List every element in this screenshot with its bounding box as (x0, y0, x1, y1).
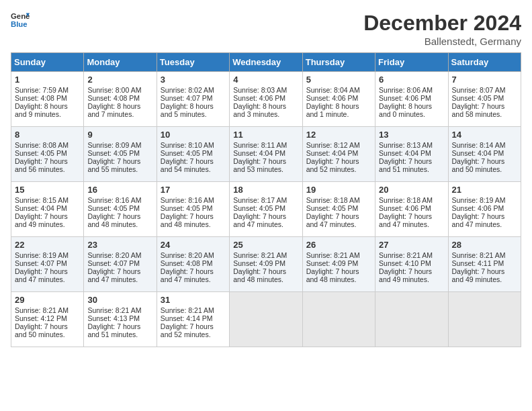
sunrise-label: Sunrise: 8:19 AM (15, 251, 69, 259)
sunset-label: Sunset: 4:06 PM (379, 94, 431, 102)
daylight-label: Daylight: 7 hours and 49 minutes. (379, 267, 432, 283)
sunset-label: Sunset: 4:07 PM (87, 259, 140, 267)
table-row: 15Sunrise: 8:15 AMSunset: 4:04 PMDayligh… (11, 182, 84, 237)
table-row: 21Sunrise: 8:19 AMSunset: 4:06 PMDayligh… (448, 182, 521, 237)
day-number: 13 (379, 130, 445, 140)
daylight-label: Daylight: 7 hours and 54 minutes. (161, 157, 214, 173)
sunrise-label: Sunrise: 8:21 AM (161, 306, 214, 314)
day-number: 5 (306, 75, 372, 85)
daylight-label: Daylight: 7 hours and 58 minutes. (452, 102, 505, 118)
sunrise-label: Sunrise: 8:20 AM (161, 251, 214, 259)
day-number: 24 (161, 240, 226, 250)
table-row: 6Sunrise: 8:06 AMSunset: 4:06 PMDaylight… (375, 72, 448, 127)
sunset-label: Sunset: 4:09 PM (306, 259, 359, 267)
sunrise-label: Sunrise: 8:21 AM (452, 251, 506, 259)
table-row: 20Sunrise: 8:18 AMSunset: 4:06 PMDayligh… (375, 182, 448, 237)
sunrise-label: Sunrise: 8:17 AM (233, 196, 287, 204)
day-number: 31 (161, 295, 226, 305)
day-number: 29 (15, 295, 81, 305)
sunset-label: Sunset: 4:05 PM (233, 204, 285, 212)
calendar-week-5: 29Sunrise: 8:21 AMSunset: 4:12 PMDayligh… (11, 292, 521, 347)
sunrise-label: Sunrise: 8:10 AM (161, 141, 214, 149)
sunset-label: Sunset: 4:06 PM (452, 204, 504, 212)
table-row: 18Sunrise: 8:17 AMSunset: 4:05 PMDayligh… (230, 182, 302, 237)
sunrise-label: Sunrise: 8:21 AM (306, 251, 360, 259)
sunrise-label: Sunrise: 8:19 AM (452, 196, 506, 204)
sunset-label: Sunset: 4:05 PM (15, 149, 67, 157)
header: General Blue December 2024 Ballenstedt, … (11, 11, 521, 47)
table-row (448, 292, 521, 347)
svg-text:Blue: Blue (11, 20, 28, 28)
sunset-label: Sunset: 4:08 PM (161, 259, 213, 267)
logo: General Blue (11, 11, 30, 30)
table-row: 7Sunrise: 8:07 AMSunset: 4:05 PMDaylight… (448, 72, 521, 127)
day-number: 16 (87, 185, 153, 195)
table-row: 8Sunrise: 8:08 AMSunset: 4:05 PMDaylight… (11, 127, 84, 182)
sunset-label: Sunset: 4:07 PM (15, 259, 67, 267)
sunset-label: Sunset: 4:09 PM (233, 259, 285, 267)
daylight-label: Daylight: 7 hours and 47 minutes. (233, 212, 286, 228)
day-number: 18 (233, 185, 299, 195)
sunset-label: Sunset: 4:07 PM (161, 94, 213, 102)
sunrise-label: Sunrise: 8:18 AM (379, 196, 433, 204)
sunset-label: Sunset: 4:04 PM (233, 149, 285, 157)
table-row: 29Sunrise: 8:21 AMSunset: 4:12 PMDayligh… (11, 292, 84, 347)
daylight-label: Daylight: 7 hours and 50 minutes. (452, 157, 505, 173)
table-row: 31Sunrise: 8:21 AMSunset: 4:14 PMDayligh… (157, 292, 229, 347)
daylight-label: Daylight: 7 hours and 47 minutes. (379, 212, 432, 228)
sunrise-label: Sunrise: 8:02 AM (161, 86, 214, 94)
sunrise-label: Sunrise: 8:21 AM (233, 251, 287, 259)
sunrise-label: Sunrise: 8:00 AM (87, 86, 141, 94)
sunrise-label: Sunrise: 8:21 AM (87, 306, 141, 314)
calendar-week-1: 1Sunrise: 7:59 AMSunset: 4:08 PMDaylight… (11, 72, 521, 127)
sunset-label: Sunset: 4:05 PM (452, 94, 504, 102)
sunset-label: Sunset: 4:11 PM (452, 259, 504, 267)
table-row: 23Sunrise: 8:20 AMSunset: 4:07 PMDayligh… (84, 237, 157, 292)
sunset-label: Sunset: 4:12 PM (15, 314, 67, 322)
day-number: 8 (15, 130, 81, 140)
day-number: 14 (452, 130, 518, 140)
sunset-label: Sunset: 4:10 PM (379, 259, 431, 267)
table-row: 27Sunrise: 8:21 AMSunset: 4:10 PMDayligh… (375, 237, 448, 292)
day-number: 28 (452, 240, 518, 250)
day-number: 3 (161, 75, 226, 85)
sunrise-label: Sunrise: 8:15 AM (15, 196, 69, 204)
daylight-label: Daylight: 7 hours and 47 minutes. (306, 212, 359, 228)
daylight-label: Daylight: 7 hours and 48 minutes. (87, 212, 140, 228)
daylight-label: Daylight: 8 hours and 9 minutes. (15, 102, 68, 118)
sunrise-label: Sunrise: 8:14 AM (452, 141, 506, 149)
sunrise-label: Sunrise: 8:12 AM (306, 141, 360, 149)
sunset-label: Sunset: 4:08 PM (15, 94, 67, 102)
daylight-label: Daylight: 7 hours and 52 minutes. (306, 157, 359, 173)
sunset-label: Sunset: 4:05 PM (87, 204, 140, 212)
table-row: 13Sunrise: 8:13 AMSunset: 4:04 PMDayligh… (375, 127, 448, 182)
sunset-label: Sunset: 4:04 PM (306, 149, 359, 157)
day-number: 17 (161, 185, 226, 195)
day-number: 23 (87, 240, 153, 250)
daylight-label: Daylight: 7 hours and 48 minutes. (161, 212, 214, 228)
daylight-label: Daylight: 7 hours and 51 minutes. (87, 322, 140, 338)
day-number: 11 (233, 130, 299, 140)
daylight-label: Daylight: 7 hours and 53 minutes. (233, 157, 286, 173)
day-number: 27 (379, 240, 445, 250)
sunrise-label: Sunrise: 8:06 AM (379, 86, 433, 94)
sunset-label: Sunset: 4:08 PM (87, 94, 140, 102)
daylight-label: Daylight: 8 hours and 5 minutes. (161, 102, 214, 118)
daylight-label: Daylight: 8 hours and 3 minutes. (233, 102, 286, 118)
day-number: 2 (87, 75, 153, 85)
sunset-label: Sunset: 4:05 PM (161, 204, 213, 212)
sunset-label: Sunset: 4:04 PM (379, 149, 431, 157)
sunrise-label: Sunrise: 8:04 AM (306, 86, 360, 94)
sunset-label: Sunset: 4:06 PM (306, 94, 359, 102)
sunrise-label: Sunrise: 8:21 AM (379, 251, 433, 259)
day-number: 21 (452, 185, 518, 195)
daylight-label: Daylight: 7 hours and 49 minutes. (15, 212, 68, 228)
table-row: 11Sunrise: 8:11 AMSunset: 4:04 PMDayligh… (230, 127, 302, 182)
daylight-label: Daylight: 7 hours and 47 minutes. (452, 212, 505, 228)
table-row: 30Sunrise: 8:21 AMSunset: 4:13 PMDayligh… (84, 292, 157, 347)
day-number: 26 (306, 240, 372, 250)
table-row: 9Sunrise: 8:09 AMSunset: 4:05 PMDaylight… (84, 127, 157, 182)
col-wednesday: Wednesday (230, 53, 302, 72)
col-friday: Friday (375, 53, 448, 72)
col-sunday: Sunday (11, 53, 84, 72)
